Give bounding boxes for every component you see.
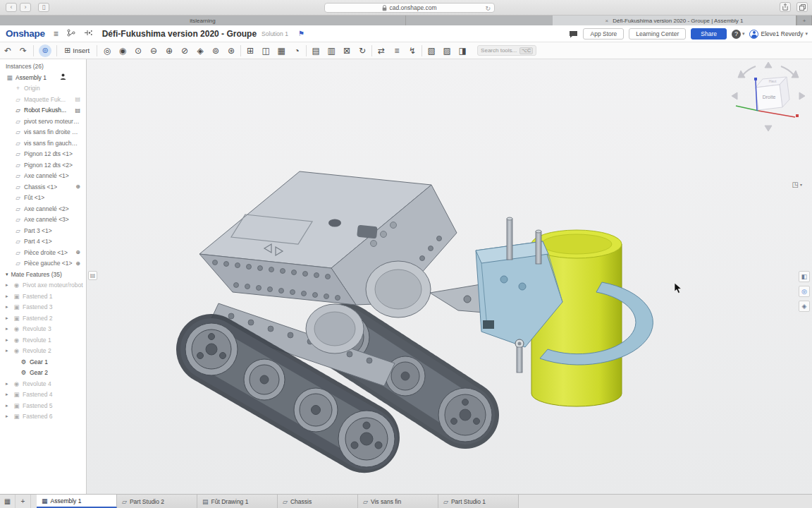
appearance-tool-icon[interactable]: ▨: [439, 44, 455, 58]
expand-arrow-icon[interactable]: ▸: [6, 413, 13, 419]
instance-tree-item[interactable]: + Origin: [0, 83, 86, 95]
browser-forward-button[interactable]: ›: [20, 3, 31, 12]
mate-feature-item[interactable]: ⚙ Gear 2: [0, 368, 86, 379]
named-positions-tool-icon[interactable]: ▥: [324, 44, 339, 58]
share-button[interactable]: Share: [691, 28, 727, 40]
robot-assembly-model[interactable]: [87, 59, 812, 494]
instance-tree-item[interactable]: ▱ pivot servo moteur <1>: [0, 116, 86, 127]
instance-tree-item[interactable]: ▱ Pièce droite <1> ⊕: [0, 247, 86, 258]
browser-tab-onshape[interactable]: × Défi-Fukushima version 2020 - Groupe |…: [553, 16, 796, 25]
search-tools-input[interactable]: Search tools... ⌥C: [477, 45, 536, 56]
mate-features-header[interactable]: ▾ Mate Features (35): [0, 269, 86, 280]
expand-arrow-icon[interactable]: ▸: [6, 294, 13, 299]
animate-tool-icon[interactable]: ↻: [355, 44, 370, 58]
interference-tool-icon[interactable]: ↯: [405, 44, 420, 58]
browser-back-button[interactable]: ‹: [6, 3, 17, 12]
mate-feature-item[interactable]: ▸ ▣ Fastened 5: [0, 400, 86, 411]
mate-tool-icon[interactable]: ◎: [99, 44, 115, 58]
insert-button[interactable]: ⊞ Insert: [59, 44, 94, 56]
mate-feature-item[interactable]: ▸ ▣ Fastened 2: [0, 313, 86, 324]
instance-tree-item[interactable]: ▱ vis sans fin droite <1>: [0, 127, 86, 138]
expand-arrow-icon[interactable]: ▸: [6, 381, 13, 387]
manage-tabs-icon[interactable]: ▦: [0, 495, 16, 508]
versions-icon[interactable]: [67, 29, 75, 39]
exploded-view-tool-icon[interactable]: ⊠: [339, 44, 355, 58]
display-states-tool-icon[interactable]: ≡: [389, 44, 405, 58]
mate-feature-item[interactable]: ⚙ Gear 1: [0, 356, 86, 368]
mate-feature-item[interactable]: ▸ ◉ Revolute 4: [0, 378, 86, 389]
measure-tool-icon[interactable]: ◨: [455, 44, 470, 58]
mate-feature-item[interactable]: ▸ ▣ Fastened 3: [0, 302, 86, 313]
pin-slot-mate-icon[interactable]: ⊘: [177, 44, 192, 58]
share-page-icon[interactable]: [780, 2, 791, 12]
document-tab[interactable]: ▱ Chassis: [278, 495, 358, 508]
slider-mate-icon[interactable]: ⊙: [130, 44, 146, 58]
history-icon[interactable]: [84, 29, 92, 39]
expand-arrow-icon[interactable]: ▸: [6, 392, 13, 397]
revolute-mate-icon[interactable]: ◉: [115, 44, 130, 58]
document-version-label[interactable]: Solution 1: [262, 30, 288, 37]
view-cube[interactable]: Droite Haut: [729, 61, 808, 138]
snapshot-tool-icon[interactable]: ◔: [289, 44, 304, 58]
instance-tree-item[interactable]: ▱ Fût <1>: [0, 193, 86, 204]
browser-address-bar[interactable]: cad.onshape.com ↻: [324, 3, 495, 13]
bookmark-flag-icon[interactable]: ⚑: [298, 30, 304, 37]
planar-mate-icon[interactable]: ⊖: [146, 44, 161, 58]
replicate-tool-icon[interactable]: ▦: [273, 44, 289, 58]
mate-list-button[interactable]: ▤: [88, 271, 97, 280]
expand-arrow-icon[interactable]: ▸: [6, 403, 13, 409]
bom-tool-icon[interactable]: ▤: [308, 44, 324, 58]
expand-arrow-icon[interactable]: ▸: [6, 304, 13, 310]
document-tab[interactable]: ▤ Fût Drawing 1: [197, 495, 278, 508]
add-tab-button[interactable]: +: [16, 495, 31, 508]
document-tab[interactable]: ▱ Vis sans fin: [358, 495, 438, 508]
expand-arrow-icon[interactable]: ▸: [6, 282, 13, 288]
drag-tool-icon[interactable]: ⇄: [374, 44, 389, 58]
expand-arrow-icon[interactable]: ▸: [6, 326, 13, 332]
instance-tree-item[interactable]: ▱ Pignon 12 dts <1>: [0, 149, 86, 160]
user-menu[interactable]: Eleve1 Reverdy ▾: [749, 30, 808, 39]
expand-arrow-icon[interactable]: ▸: [6, 348, 13, 353]
new-tab-button[interactable]: +: [796, 16, 812, 25]
assembly-root-item[interactable]: ▦ Assembly 1: [0, 72, 86, 83]
mate-feature-item[interactable]: ▸ ▣ Fastened 1: [0, 291, 86, 302]
mate-feature-item[interactable]: ▸ ▣ Fastened 4: [0, 389, 86, 401]
ball-mate-icon[interactable]: ◈: [192, 44, 208, 58]
app-store-button[interactable]: App Store: [583, 28, 624, 40]
instance-tree-item[interactable]: ▱ Pignon 12 dts <2>: [0, 159, 86, 171]
instance-tree-item[interactable]: ▱ Chassis <1> ⊕: [0, 181, 86, 193]
document-title[interactable]: Défi-Fukushima version 2020 - Groupe: [102, 29, 257, 39]
tabs-overview-icon[interactable]: [796, 2, 808, 12]
mate-feature-item[interactable]: ▸ ◉ Pivot axe moteur/robot: [0, 280, 86, 291]
instance-tree-item[interactable]: ▱ Robot Fukush... ▤: [0, 105, 86, 116]
learning-center-button[interactable]: Learning Center: [629, 28, 686, 40]
instance-tree-item[interactable]: ▱ Maquette Fuk... ▤: [0, 94, 86, 105]
instance-tree-item[interactable]: ▱ Axe cannelé <2>: [0, 203, 86, 214]
browser-tab-itslearning[interactable]: itslearning: [0, 16, 406, 25]
document-menu-icon[interactable]: ≡: [54, 29, 59, 39]
onshape-logo[interactable]: Onshape: [6, 28, 45, 39]
graphics-viewport[interactable]: Droite Haut ◳ ▾ ◧ ◎ ◈: [87, 59, 812, 494]
tab-close-icon[interactable]: ×: [605, 18, 609, 24]
instance-tree-item[interactable]: ▱ Axe cannelé <1>: [0, 171, 86, 182]
instance-tree-item[interactable]: ▱ Axe cannelé <3>: [0, 214, 86, 226]
instance-tree-item[interactable]: ▱ Pièce gauche <1> ⊕: [0, 258, 86, 270]
mate-feature-item[interactable]: ▸ ◉ Revolute 3: [0, 324, 86, 335]
parallel-mate-icon[interactable]: ⊚: [208, 44, 223, 58]
expand-arrow-icon[interactable]: ▸: [6, 337, 13, 343]
help-menu[interactable]: ? ▾: [732, 30, 745, 39]
section-view-tool-icon[interactable]: ▧: [424, 44, 439, 58]
mate-feature-item[interactable]: ▸ ◉ Revolute 1: [0, 334, 86, 346]
instance-tree-item[interactable]: ▱ Part 3 <1>: [0, 225, 86, 236]
cylindrical-mate-icon[interactable]: ⊕: [161, 44, 177, 58]
mate-connector-tool-icon[interactable]: ◫: [258, 44, 273, 58]
browser-sidebar-icon[interactable]: ▯: [38, 3, 49, 12]
tangent-mate-icon[interactable]: ⊛: [223, 44, 239, 58]
mate-feature-item[interactable]: ▸ ▣ Fastened 6: [0, 411, 86, 423]
redo-button[interactable]: ↷: [16, 46, 31, 56]
view-options-menu[interactable]: ◳ ▾: [792, 181, 802, 188]
mate-feature-item[interactable]: ▸ ◉ Revolute 2: [0, 346, 86, 357]
select-tool-icon[interactable]: ⊚: [39, 44, 51, 57]
viewport-side-tool-icon[interactable]: ◎: [799, 286, 810, 297]
expand-arrow-icon[interactable]: ▸: [6, 315, 13, 321]
